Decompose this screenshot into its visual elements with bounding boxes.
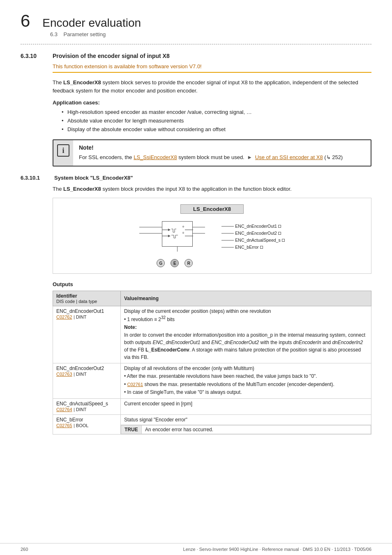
out-row-4: ENC_bError [221,245,284,250]
out-sq-3 [282,239,285,242]
enc-waveform: + + [162,222,193,247]
cell-value-1: Display of the current encoder position … [121,306,371,363]
table-header-id: Identifier DIS code | data type [53,291,121,306]
chapter-header: 6 Encoder evaluation [21,12,371,30]
bullet-list: High-resolution speed encoder as master … [62,108,371,134]
value-title-2: Display of all revolutions of the encode… [124,365,368,371]
page: 6 Encoder evaluation 6.3 Parameter setti… [0,0,392,459]
diagram-content: + + G E R [61,218,363,267]
out-sq-4 [260,246,263,249]
app-cases-heading: Application cases: [53,99,371,106]
wire-out-1 [193,227,205,227]
out-label-1: ENC_dnEncoderOut1 [235,224,277,229]
body-text-2: The LS_EncoderX8 system block provides t… [53,185,371,193]
note-body-1: In order to convert the encoder informat… [124,331,368,361]
svg-text:+: + [182,224,184,229]
table-row-2: ENC_dnEncoderOut2 C02763 | DINT Display … [53,363,371,399]
page-number: 260 [21,547,28,552]
body-text-1: The LS_EncoderX8 system block serves to … [53,79,371,95]
table-row-1: ENC_dnEncoderOut1 C02762 | DINT Display … [53,306,371,363]
out-wire-2 [221,233,234,234]
note-icon-col: i [53,140,73,166]
value-bullet-1: • 1 revolution ≡ 232 bits [124,315,368,322]
section-line: 6.3 Parameter setting [50,31,371,37]
divider [21,44,371,44]
chapter-number: 6 [21,12,30,30]
link-c02761[interactable]: C02761 [127,382,143,387]
cell-value-4-title: Status signal "Encoder error" [121,414,371,425]
cell-value-3: Current encoder speed in [rpm] [121,398,371,414]
table-header-value: Value/meaning [121,291,371,306]
subsection-63101-heading: 6.3.10.1 System block "LS_EncoderX8" [21,175,371,181]
cell-value-2: Display of all revolutions of the encode… [121,363,371,399]
out-sq-1 [278,225,281,228]
cell-id-2: ENC_dnEncoderOut2 C02763 | DINT [53,363,121,399]
subsection-63101-number: 6.3.10.1 [21,175,48,181]
publisher: Lenze · Servo-Inverter 9400 HighLine · R… [183,547,371,552]
footer: 260 Lenze · Servo-Inverter 9400 HighLine… [0,543,392,555]
out-wire-1 [221,226,234,227]
table-row-4: ENC_bError C02765 | BOOL Status signal "… [53,414,371,425]
vert-wire [177,247,178,252]
code-ls-ssiencoderx8[interactable]: LS_SsiEncoderX8 [134,154,177,160]
table-row-3: ENC_dnActualSpeed_s C02764 | DINT Curren… [53,398,371,414]
circle-R: R [184,259,193,267]
info-banner-text: This function extension is available fro… [53,63,202,69]
diagram-title-bar: LS_EncoderX8 [61,204,363,214]
circle-G: G [157,259,165,267]
link-ssi-encoder[interactable]: Use of an SSI encoder at X8 [255,154,323,160]
true-value: An encoder error has occurred. [142,425,371,434]
diagram-title: LS_EncoderX8 [180,204,244,214]
true-label: TRUE [121,425,142,434]
chapter-title: Encoder evaluation [42,16,141,30]
note-text: For SSL encoders, the LS_SsiEncoderX8 sy… [79,153,365,162]
diagram-wrapper: LS_EncoderX8 [53,198,371,274]
id-sub-1: C02762 | DINT [56,314,117,320]
note-box: i Note! For SSL encoders, the LS_SsiEnco… [53,139,371,166]
section-6310-title: Provision of the encoder signal of input… [53,53,170,59]
outputs-table: Identifier DIS code | data type Value/me… [53,291,371,435]
note-title: Note! [79,144,365,151]
wire-out-2 [193,233,205,234]
out-row-1: ENC_dnEncoderOut1 [221,224,284,229]
svg-text:+: + [182,231,184,235]
enc-block: + + [162,221,193,247]
info-banner: This function extension is available fro… [53,63,371,73]
out-label-4: ENC_bError [235,245,258,250]
value-title-3: Current encoder speed in [rpm] [124,401,368,407]
arrow-right-icon: ► [247,154,252,160]
circle-E: E [171,259,179,267]
id-sub-3: C02764 | DINT [56,407,117,412]
wire-in-1 [139,227,162,227]
out-row-3: ENC_dnActualSpeed_s [221,238,284,243]
id-main-4: ENC_bError [56,417,117,423]
cell-id-4: ENC_bError C02765 | BOOL [53,414,121,434]
out-row-2: ENC_dnEncoderOut2 [221,231,284,236]
id-sub-2: C02763 | DINT [56,371,117,377]
wire-in-2 [139,233,162,234]
cell-id-1: ENC_dnEncoderOut1 C02762 | DINT [53,306,121,363]
circle-row: G E R [157,259,193,267]
code-ls-encoderx8: LS_EncoderX8 [63,79,101,86]
diagram-right: ENC_dnEncoderOut1 ENC_dnEncoderOut2 ENC_… [221,218,284,252]
id-main-3: ENC_dnActualSpeed_s [56,401,117,407]
out-wire-3 [221,240,234,240]
id-sub-4: C02765 | BOOL [56,423,117,428]
svg-marker-1 [168,229,171,231]
svg-marker-3 [168,235,171,237]
section-6310-heading: 6.3.10 Provision of the encoder signal o… [21,53,371,59]
bullet-item-3: Display of the absolute encoder value wi… [62,125,371,134]
out-wire-4 [221,247,234,247]
cell-value-4-true: TRUE An encoder error has occurred. [121,425,371,434]
out-label-2: ENC_dnEncoderOut2 [235,231,277,236]
cell-id-3: ENC_dnActualSpeed_s C02764 | DINT [53,398,121,414]
bullet-item-1: High-resolution speed encoder as master … [62,108,371,117]
subsection-63101-title: System block "LS_EncoderX8" [54,175,133,181]
note-icon: i [57,144,69,157]
value-title-1: Display of the current encoder position … [124,308,368,314]
code-ls-encoderx8-2: LS_EncoderX8 [63,186,101,192]
bullet-item-2: Absolute value encoder for length measur… [62,117,371,125]
diagram-left: + + G E R [139,218,221,267]
out-sq-2 [278,232,281,235]
id-main-1: ENC_dnEncoderOut1 [56,308,117,314]
